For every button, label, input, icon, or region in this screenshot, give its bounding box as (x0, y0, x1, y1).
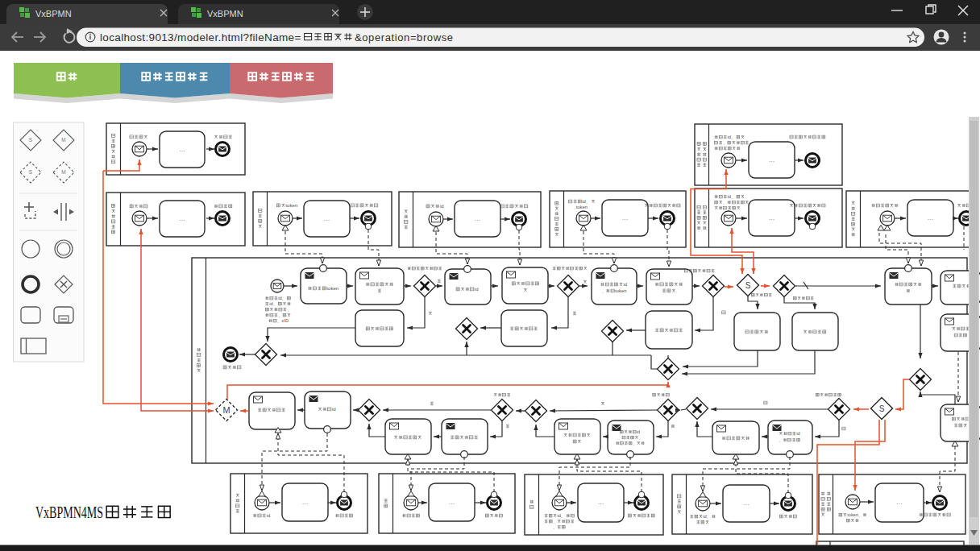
svg-text:、: 、 (278, 313, 283, 317)
svg-text:token: token (576, 205, 588, 209)
svg-text:...: ... (179, 214, 185, 222)
svg-text:...: ... (622, 213, 629, 222)
svg-text:id: id (475, 286, 479, 292)
svg-text:、: 、 (553, 519, 558, 524)
svg-text:、: 、 (723, 140, 728, 145)
svg-text:M: M (61, 169, 65, 175)
svg-text:、: 、 (723, 200, 728, 205)
svg-text:M: M (222, 405, 230, 415)
svg-text:id、: id、 (703, 514, 711, 519)
svg-text:id: id (267, 513, 271, 518)
svg-text:S: S (29, 137, 33, 143)
svg-text:...: ... (928, 213, 934, 222)
svg-text:id: id (637, 429, 640, 434)
svg-text:token: token (326, 285, 338, 291)
svg-text:M: M (61, 137, 65, 143)
svg-text:VxBPMN: VxBPMN (207, 9, 243, 19)
svg-text:...: ... (302, 498, 309, 506)
svg-text:VxBPMN4MS: VxBPMN4MS (35, 503, 103, 521)
svg-text:、: 、 (601, 288, 606, 293)
svg-text:&operation=browse: &operation=browse (355, 31, 454, 44)
svg-text:id、: id、 (582, 199, 590, 204)
svg-text:、: 、 (287, 307, 292, 312)
svg-text:id、: id、 (557, 513, 565, 518)
svg-text:、: 、 (618, 435, 623, 440)
svg-text:id: id (796, 431, 799, 436)
svg-text:id: id (332, 406, 336, 412)
svg-text:、cID: 、cID (277, 318, 289, 323)
svg-text:VxBPMN: VxBPMN (35, 9, 72, 19)
svg-text:...: ... (324, 214, 330, 222)
svg-text:id: id (440, 203, 444, 209)
svg-text:localhost:9013/modeler.html?fi: localhost:9013/modeler.html?fileName= (100, 31, 301, 44)
svg-text:id、: id、 (728, 194, 736, 199)
svg-text:...: ... (896, 498, 903, 506)
svg-text:、: 、 (779, 437, 784, 442)
svg-text:id、: id、 (269, 301, 277, 306)
svg-text:id: id (623, 282, 627, 287)
svg-text:...: ... (598, 498, 604, 506)
svg-text:、: 、 (553, 524, 558, 529)
svg-text:...: ... (475, 214, 481, 222)
svg-text:id、: id、 (278, 296, 286, 300)
svg-text:token: token (285, 202, 297, 208)
svg-text:token: token (615, 288, 626, 293)
svg-text:token、: token、 (847, 512, 863, 517)
svg-text:id、: id、 (728, 135, 736, 139)
svg-text:...: ... (743, 499, 750, 507)
svg-text:...: ... (179, 145, 185, 153)
svg-text:S: S (879, 404, 885, 413)
svg-text:...: ... (769, 155, 775, 164)
svg-text:...: ... (449, 498, 455, 506)
svg-text:、: 、 (639, 435, 644, 440)
svg-text:S: S (745, 281, 751, 290)
svg-text:、: 、 (633, 441, 637, 445)
svg-text:...: ... (769, 213, 775, 222)
svg-text:S: S (29, 169, 33, 175)
